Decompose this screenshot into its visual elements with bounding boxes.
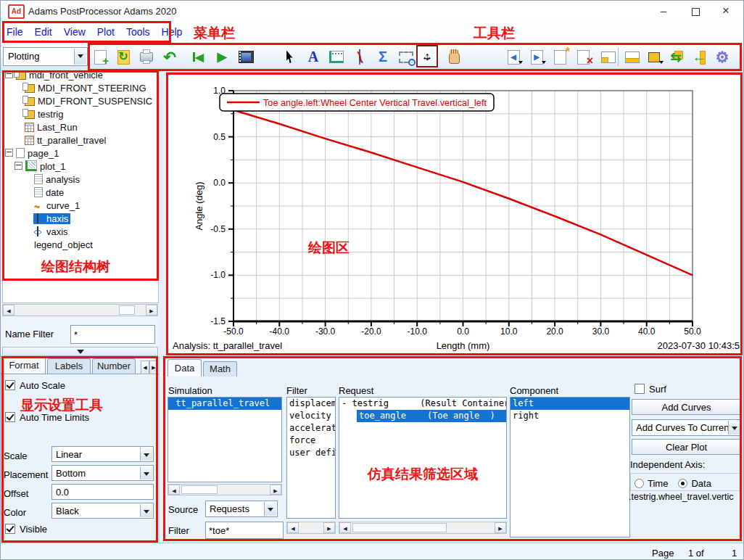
- expander-icon[interactable]: [5, 149, 13, 157]
- chevron-down-icon[interactable]: [264, 502, 276, 516]
- layout-corner-icon[interactable]: [598, 46, 619, 67]
- simulation-listbox[interactable]: tt_parallel_travel: [168, 397, 282, 482]
- select-cursor-icon[interactable]: [280, 46, 300, 67]
- tree-horizontal-scrollbar[interactable]: ◀ ▶: [2, 304, 158, 316]
- surf-checkbox[interactable]: Surf: [635, 384, 666, 395]
- collapse-splitter-button[interactable]: [2, 347, 158, 356]
- menu-view[interactable]: View: [58, 21, 91, 38]
- plot-area[interactable]: -50.0-40.0-30.0-20.0-10.00.010.020.030.0…: [166, 73, 743, 355]
- tree-item-last_run[interactable]: Last_Run: [3, 121, 158, 134]
- refresh-icon[interactable]: ↻: [113, 46, 133, 67]
- tab-labels[interactable]: Labels: [47, 358, 91, 374]
- tab-format[interactable]: Format: [2, 356, 46, 374]
- tree-item-date[interactable]: date: [3, 186, 158, 199]
- tree-item-plot_1[interactable]: plot_1: [3, 160, 158, 173]
- auto-scale-checkbox[interactable]: Auto Scale: [5, 380, 65, 392]
- scroll-left-icon[interactable]: ◀: [339, 522, 351, 533]
- panel-splitter[interactable]: [160, 72, 166, 356]
- color-select[interactable]: Black: [51, 503, 154, 519]
- list-item[interactable]: left: [511, 398, 629, 410]
- tree-item-mdi_front_suspensic[interactable]: MDI_FRONT_SUSPENSIC: [3, 95, 158, 108]
- menu-edit[interactable]: Edit: [29, 21, 58, 38]
- menu-plot[interactable]: Plot: [91, 21, 120, 38]
- filter-scrollbar[interactable]: ◀ ▶: [286, 522, 336, 534]
- scrollbar-thumb[interactable]: [352, 523, 447, 532]
- zoom-region-icon[interactable]: [396, 46, 416, 67]
- minimize-button[interactable]: –: [648, 1, 679, 20]
- tree-item-vaxis[interactable]: vaxis: [3, 226, 158, 239]
- previous-view-icon[interactable]: ←: [689, 46, 709, 67]
- new-page-icon[interactable]: *: [550, 46, 570, 67]
- pan-hand-icon[interactable]: [444, 46, 464, 67]
- previous-page-icon[interactable]: ◀: [503, 46, 524, 67]
- new-file-icon[interactable]: +: [90, 46, 110, 67]
- layout-bottom-icon[interactable]: [622, 46, 642, 67]
- offset-input[interactable]: 0.0: [51, 484, 154, 500]
- play-icon[interactable]: ▶: [212, 46, 232, 67]
- scale-select[interactable]: Linear: [51, 446, 154, 462]
- tree-item-analysis[interactable]: analysis: [3, 173, 158, 186]
- add-curves-button[interactable]: Add Curves: [632, 399, 741, 415]
- tree-item-page_1[interactable]: page_1: [3, 147, 158, 160]
- delete-page-icon[interactable]: ×: [573, 46, 593, 67]
- list-item[interactable]: velocity: [287, 410, 335, 422]
- menu-tools[interactable]: Tools: [120, 21, 156, 38]
- expander-icon[interactable]: [5, 72, 13, 78]
- tree-item-mdi_front_steering[interactable]: MDI_FRONT_STEERING: [3, 82, 158, 95]
- move-view-icon[interactable]: ↔: [416, 45, 438, 67]
- list-item[interactable]: force: [287, 435, 335, 447]
- list-item[interactable]: right: [511, 410, 629, 422]
- list-item[interactable]: accelerati: [287, 422, 335, 435]
- tree-item-legend_object[interactable]: legend_object: [3, 239, 158, 252]
- scroll-left-icon[interactable]: ◀: [3, 305, 15, 316]
- go-to-start-icon[interactable]: ◀: [188, 46, 208, 67]
- tree-item-curve_1[interactable]: curve_1: [3, 199, 158, 213]
- component-listbox[interactable]: leftright: [510, 397, 630, 538]
- tree-item-haxis[interactable]: haxis: [3, 213, 158, 226]
- simulation-scrollbar[interactable]: ◀ ▶: [168, 484, 282, 495]
- swap-views-icon[interactable]: ⇆: [666, 46, 686, 67]
- radio-time[interactable]: Time: [635, 477, 678, 489]
- tree-item-tt_parallel_travel[interactable]: tt_parallel_travel: [3, 134, 158, 147]
- request-listbox[interactable]: - testrig (Result Containertoe_angle (To…: [339, 397, 507, 519]
- curve-edit-icon[interactable]: ~: [350, 46, 370, 67]
- scrollbar-thumb[interactable]: [119, 305, 135, 315]
- name-filter-input[interactable]: [70, 325, 155, 344]
- menu-file[interactable]: File: [1, 21, 29, 38]
- print-icon[interactable]: [136, 46, 157, 67]
- scroll-right-icon[interactable]: ▶: [495, 522, 506, 533]
- tab-math[interactable]: Math: [203, 361, 237, 376]
- clear-plot-button[interactable]: Clear Plot: [632, 439, 741, 455]
- menu-help[interactable]: Help: [156, 21, 189, 38]
- animation-icon[interactable]: [236, 46, 256, 67]
- chevron-down-icon[interactable]: [728, 421, 740, 435]
- chevron-down-icon[interactable]: [140, 466, 152, 479]
- next-page-icon[interactable]: ▶: [526, 46, 547, 67]
- scroll-left-icon[interactable]: ◀: [168, 485, 180, 495]
- plot-layout-icon[interactable]: [326, 46, 347, 67]
- text-icon[interactable]: A: [303, 46, 323, 67]
- source-select[interactable]: Requests: [205, 501, 278, 517]
- sim-filter-input[interactable]: [205, 522, 284, 539]
- chevron-down-icon[interactable]: [140, 448, 152, 461]
- layout-full-icon[interactable]: [644, 46, 664, 67]
- list-item[interactable]: user defin: [287, 447, 335, 459]
- list-item[interactable]: - testrig (Result Container: [339, 398, 506, 410]
- list-item[interactable]: toe_angle (Toe angle ): [357, 410, 506, 422]
- scroll-left-icon[interactable]: ◀: [287, 522, 299, 533]
- scroll-right-icon[interactable]: ▶: [146, 305, 157, 316]
- tree-item-mdi_front_vehicle[interactable]: mdi_front_vehicle: [3, 72, 158, 82]
- list-item[interactable]: displaceme: [287, 398, 335, 410]
- placement-select[interactable]: Bottom: [51, 465, 154, 481]
- undo-icon[interactable]: ↶: [160, 46, 180, 67]
- tree-item-testrig[interactable]: testrig: [3, 108, 158, 121]
- scrollbar-thumb[interactable]: [181, 485, 218, 494]
- settings-gear-icon[interactable]: ⚙: [712, 46, 732, 67]
- sum-icon[interactable]: Σ: [373, 46, 393, 67]
- chevron-down-icon[interactable]: [74, 49, 86, 65]
- tab-scroll-right-icon[interactable]: ▶: [149, 361, 158, 374]
- scroll-right-icon[interactable]: ▶: [323, 522, 335, 533]
- visible-checkbox[interactable]: Visible: [5, 524, 47, 535]
- filter-listbox[interactable]: displacemevelocityacceleratiforceuser de…: [286, 397, 336, 519]
- expander-icon[interactable]: [15, 162, 22, 170]
